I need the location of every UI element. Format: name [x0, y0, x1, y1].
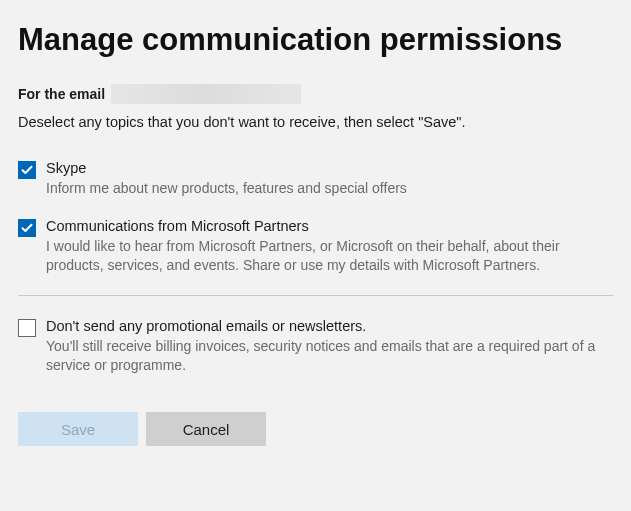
topic-label: Communications from Microsoft Partners — [46, 218, 613, 234]
save-button[interactable]: Save — [18, 412, 138, 446]
check-icon — [21, 164, 33, 176]
checkbox-optout[interactable] — [18, 319, 36, 337]
email-prefix: For the email — [18, 86, 105, 102]
topic-optout: Don't send any promotional emails or new… — [18, 318, 613, 375]
checkbox-skype[interactable] — [18, 161, 36, 179]
check-icon — [21, 222, 33, 234]
email-line: For the email — [18, 84, 613, 104]
topic-partners: Communications from Microsoft Partners I… — [18, 218, 613, 275]
instruction-text: Deselect any topics that you don't want … — [18, 114, 613, 130]
optout-desc: You'll still receive billing invoices, s… — [46, 337, 613, 375]
topic-label: Skype — [46, 160, 613, 176]
topic-desc: Inform me about new products, features a… — [46, 179, 613, 198]
optout-label: Don't send any promotional emails or new… — [46, 318, 613, 334]
divider — [18, 295, 613, 296]
page-title: Manage communication permissions — [18, 22, 613, 58]
topic-skype: Skype Inform me about new products, feat… — [18, 160, 613, 198]
cancel-button[interactable]: Cancel — [146, 412, 266, 446]
topic-desc: I would like to hear from Microsoft Part… — [46, 237, 613, 275]
email-redacted — [111, 84, 301, 104]
button-row: Save Cancel — [18, 412, 613, 446]
checkbox-partners[interactable] — [18, 219, 36, 237]
